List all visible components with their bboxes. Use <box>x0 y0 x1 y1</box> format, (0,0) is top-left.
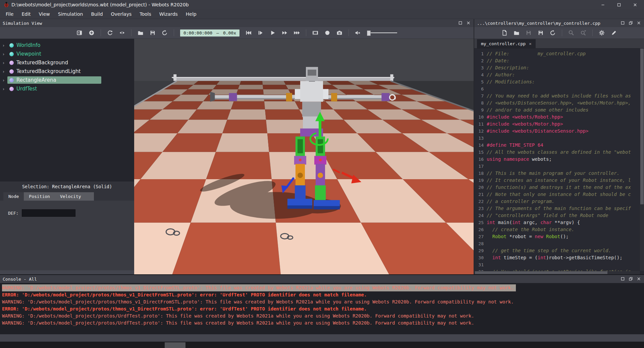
simulation-view-float-button[interactable] <box>458 21 463 25</box>
editor-float-button[interactable] <box>621 21 625 25</box>
console-error-line[interactable]: ERROR: 'D:/webots/model_project/protos/t… <box>2 305 369 312</box>
open-file-icon[interactable] <box>514 30 520 36</box>
play-icon[interactable] <box>270 30 276 36</box>
tree-item-body[interactable]: TexturedBackground <box>7 59 101 66</box>
console-warning-line[interactable]: WARNING: 'D:/webots/model_project/protos… <box>2 320 476 327</box>
add-node-icon[interactable] <box>89 30 95 36</box>
console-error-line[interactable]: ERROR: 'D:/webots/model_project/protos/t… <box>2 291 369 298</box>
selection-panel-resize-handle[interactable] <box>0 270 134 274</box>
editor-horizontal-scrollbar[interactable] <box>474 271 640 274</box>
menu-tools[interactable]: Tools <box>136 10 155 18</box>
expand-chevron-icon[interactable]: › <box>3 69 7 74</box>
tree-item-body[interactable]: TexturedBackgroundLight <box>7 68 101 75</box>
preferences-icon[interactable] <box>599 30 605 36</box>
tree-item-body[interactable]: WorldInfo <box>7 42 101 49</box>
tab-label: my_controller.cpp <box>481 41 526 46</box>
tab-close-icon[interactable]: × <box>529 41 532 46</box>
menu-overlays[interactable]: Overlays <box>107 10 136 18</box>
console-panel: Console - All WARNING: 'D:/webots/model_… <box>0 274 644 334</box>
view-menu-icon[interactable] <box>119 30 125 36</box>
volume-handle[interactable] <box>367 30 371 36</box>
reload-world-icon[interactable] <box>162 30 168 36</box>
selection-tab-position[interactable]: Position <box>24 192 55 201</box>
selection-tab-node[interactable]: Node <box>3 192 24 201</box>
toolbar-separator <box>131 29 131 36</box>
menu-help[interactable]: Help <box>182 10 200 18</box>
vscroll-thumb[interactable] <box>640 49 644 204</box>
window-close-button[interactable] <box>627 0 643 9</box>
revert-file-icon[interactable] <box>550 30 556 36</box>
new-file-icon[interactable] <box>501 30 507 36</box>
hscroll-thumb[interactable] <box>475 271 607 274</box>
ultra-speed-icon[interactable] <box>294 30 300 36</box>
node-type-icon <box>9 43 14 48</box>
tree-item-texturedbackgroundlight[interactable]: ›TexturedBackgroundLight <box>0 67 134 76</box>
expand-chevron-icon[interactable]: › <box>3 52 7 57</box>
tree-item-worldinfo[interactable]: ›WorldInfo <box>0 41 134 50</box>
window-minimize-button[interactable] <box>595 0 610 9</box>
toggle-scene-tree-icon[interactable] <box>76 30 83 36</box>
menu-edit[interactable]: Edit <box>18 10 34 18</box>
console-close-button[interactable] <box>637 277 641 281</box>
save-world-icon[interactable] <box>150 30 156 36</box>
menu-build[interactable]: Build <box>87 10 106 18</box>
console-warning-line[interactable]: WARNING: 'D:/webots/model_project/protos… <box>2 298 516 305</box>
menu-view[interactable]: View <box>35 10 54 18</box>
editor-close-button[interactable] <box>637 21 641 25</box>
tree-item-body[interactable]: RectangleArena <box>7 76 101 84</box>
editor-vertical-scrollbar[interactable] <box>640 49 644 271</box>
code-line: 19// It creates an instance of your Robo… <box>474 177 640 184</box>
console-title: Console - All <box>3 277 621 282</box>
snapshot-icon[interactable] <box>336 30 342 36</box>
record-icon[interactable] <box>324 30 330 36</box>
tree-item-urdftest[interactable]: ›UrdfTest <box>0 84 134 93</box>
3d-viewport[interactable] <box>134 39 474 274</box>
tree-item-rectanglearena[interactable]: ›RectangleArena <box>0 76 134 84</box>
movie-icon[interactable] <box>312 30 318 36</box>
console-warning-line[interactable]: WARNING: 'D:/webots/model_project/protos… <box>2 312 476 320</box>
rewind-icon[interactable] <box>246 30 252 36</box>
bottom-scroll-thumb[interactable] <box>165 342 185 348</box>
save-as-icon[interactable] <box>538 30 544 36</box>
code-editor[interactable]: 1// File: my_controller.cpp2// Date:3// … <box>474 49 640 271</box>
window-title: D:\webots\model_project\worlds\mos.wbt (… <box>11 2 595 7</box>
code-token: int <box>538 254 546 261</box>
tab-my-controller[interactable]: my_controller.cpp × <box>477 39 536 48</box>
tree-item-body[interactable]: Viewpoint <box>7 50 101 58</box>
expand-chevron-icon[interactable]: › <box>3 43 7 48</box>
line-number: 19 <box>474 177 487 184</box>
restore-viewpoint-icon[interactable] <box>107 30 113 36</box>
selection-tab-velocity[interactable]: Velocity <box>55 192 86 201</box>
menu-simulation[interactable]: Simulation <box>54 10 87 18</box>
code-line: 13 <box>474 135 640 142</box>
expand-chevron-icon[interactable]: › <box>3 78 7 83</box>
menu-file[interactable]: File <box>2 10 17 18</box>
simulation-view-close-button[interactable] <box>466 21 471 25</box>
code-token: argc, <box>521 219 540 226</box>
build-icon[interactable] <box>611 30 617 36</box>
window-maximize-button[interactable] <box>611 0 627 9</box>
editor-controls <box>621 21 641 25</box>
line-number: 27 <box>474 233 487 240</box>
console-restore-button[interactable] <box>629 277 633 281</box>
code-line: 4// Author: <box>474 71 640 78</box>
expand-chevron-icon[interactable]: › <box>3 86 7 91</box>
def-input[interactable] <box>22 209 75 217</box>
tree-item-body[interactable]: UrdfTest <box>7 85 101 92</box>
mute-icon[interactable] <box>355 30 361 36</box>
tree-item-viewpoint[interactable]: ›Viewpoint <box>0 50 134 58</box>
open-world-icon[interactable] <box>138 30 144 36</box>
fast-forward-icon[interactable] <box>282 30 288 36</box>
editor-restore-button[interactable] <box>629 21 633 25</box>
volume-slider[interactable] <box>367 30 397 36</box>
menu-wizards[interactable]: Wizards <box>156 10 181 18</box>
console-float-button[interactable] <box>621 277 625 281</box>
expand-chevron-icon[interactable]: › <box>3 60 7 65</box>
code-line: 25int main(int argc, char **argv) { <box>474 219 640 226</box>
step-icon[interactable] <box>258 30 264 36</box>
console-warning-line[interactable]: WARNING: 'D:/webots/model_project/protos… <box>2 284 516 291</box>
code-line: 22// a controller program. <box>474 198 640 205</box>
code-token: #include <webots/Robot.hpp> <box>487 114 563 121</box>
tree-item-texturedbackground[interactable]: ›TexturedBackground <box>0 58 134 67</box>
code-token: #define TIME_STEP 64 <box>487 142 543 149</box>
